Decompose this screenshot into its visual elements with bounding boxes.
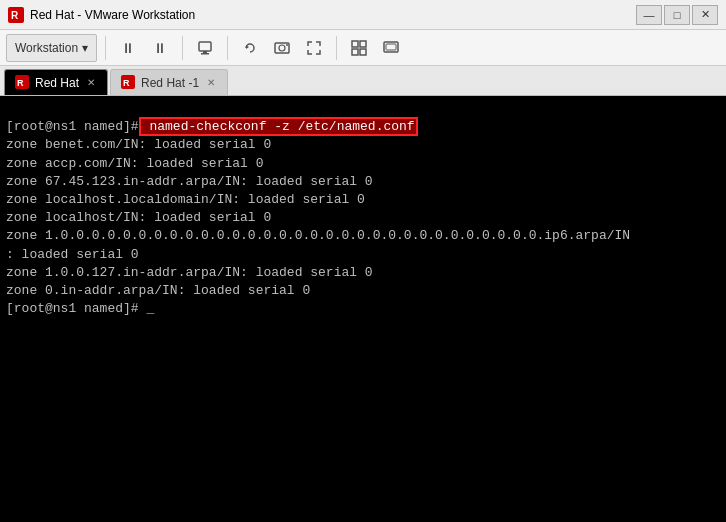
svg-text:R: R [11, 10, 19, 21]
tab-close-2[interactable]: ✕ [205, 76, 217, 89]
tab-redhat[interactable]: R Red Hat ✕ [4, 69, 108, 95]
pause-button[interactable]: ⏸ [114, 34, 142, 62]
maximize-button[interactable]: □ [664, 5, 690, 25]
terminal-line-5: zone localhost/IN: loaded serial 0 [6, 210, 271, 225]
svg-rect-11 [352, 49, 358, 55]
terminal-prompt-line: [root@ns1 named]# named-checkconf -z /et… [6, 117, 418, 136]
terminal-last-line: [root@ns1 named]# _ [6, 301, 154, 316]
svg-rect-10 [360, 41, 366, 47]
terminal-line-1: zone benet.com/IN: loaded serial 0 [6, 137, 271, 152]
title-bar: R Red Hat - VMware Workstation — □ ✕ [0, 0, 726, 30]
vm-settings-button[interactable] [191, 34, 219, 62]
terminal-line-9: zone 0.in-addr.arpa/IN: loaded serial 0 [6, 283, 310, 298]
svg-rect-4 [201, 53, 209, 55]
toolbar-sep-1 [105, 36, 106, 60]
workstation-menu[interactable]: Workstation ▾ [6, 34, 97, 62]
terminal-line-7: : loaded serial 0 [6, 247, 139, 262]
tab-icon-2: R [121, 75, 135, 91]
window-controls: — □ ✕ [636, 5, 718, 25]
svg-text:R: R [17, 78, 24, 88]
svg-rect-12 [360, 49, 366, 55]
terminal[interactable]: [root@ns1 named]# named-checkconf -z /et… [0, 96, 726, 522]
window-title: Red Hat - VMware Workstation [30, 8, 636, 22]
svg-point-7 [279, 45, 285, 51]
svg-rect-2 [199, 42, 211, 51]
svg-rect-9 [352, 41, 358, 47]
dropdown-icon: ▾ [82, 41, 88, 55]
toolbar: Workstation ▾ ⏸ ⏸ [0, 30, 726, 66]
terminal-line-8: zone 1.0.0.127.in-addr.arpa/IN: loaded s… [6, 265, 373, 280]
terminal-line-2: zone accp.com/IN: loaded serial 0 [6, 156, 263, 171]
highlighted-command: named-checkconf -z /etc/named.conf [139, 117, 418, 136]
svg-rect-3 [203, 51, 207, 53]
tab-label-2: Red Hat -1 [141, 76, 199, 90]
tab-label-1: Red Hat [35, 76, 79, 90]
toolbar-sep-4 [336, 36, 337, 60]
close-button[interactable]: ✕ [692, 5, 718, 25]
prompt: [root@ns1 named]# [6, 119, 139, 134]
tab-redhat-1[interactable]: R Red Hat -1 ✕ [110, 69, 228, 95]
svg-rect-14 [386, 44, 396, 50]
app-icon: R [8, 7, 24, 23]
tab-bar: R Red Hat ✕ R Red Hat -1 ✕ [0, 66, 726, 96]
workstation-label: Workstation [15, 41, 78, 55]
terminal-line-6: zone 1.0.0.0.0.0.0.0.0.0.0.0.0.0.0.0.0.0… [6, 228, 630, 243]
svg-point-8 [286, 44, 288, 46]
tab-icon-1: R [15, 75, 29, 91]
toolbar-sep-2 [182, 36, 183, 60]
svg-text:R: R [123, 78, 130, 88]
terminal-line-4: zone localhost.localdomain/IN: loaded se… [6, 192, 365, 207]
fullscreen-button[interactable] [300, 34, 328, 62]
pause2-button[interactable]: ⏸ [146, 34, 174, 62]
snapshot-button[interactable] [268, 34, 296, 62]
tab-close-1[interactable]: ✕ [85, 76, 97, 89]
view-button[interactable] [345, 34, 373, 62]
toolbar-sep-3 [227, 36, 228, 60]
terminal-line-3: zone 67.45.123.in-addr.arpa/IN: loaded s… [6, 174, 373, 189]
main-area: [root@ns1 named]# named-checkconf -z /et… [0, 96, 726, 522]
revert-button[interactable] [236, 34, 264, 62]
topology-button[interactable] [377, 34, 405, 62]
minimize-button[interactable]: — [636, 5, 662, 25]
terminal-content: [root@ns1 named]# named-checkconf -z /et… [6, 100, 720, 336]
